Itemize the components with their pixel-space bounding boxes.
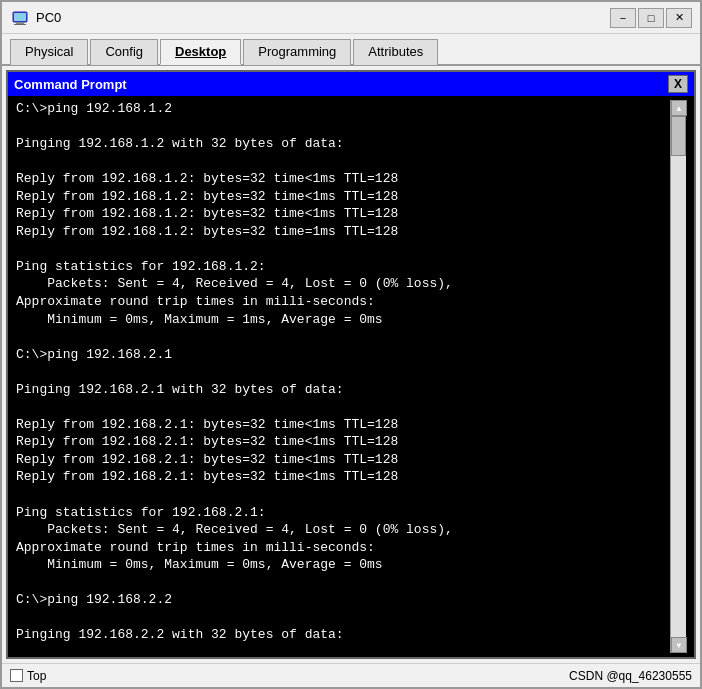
scroll-up-arrow[interactable]: ▲	[671, 100, 687, 116]
scroll-down-arrow[interactable]: ▼	[671, 637, 687, 653]
tab-programming[interactable]: Programming	[243, 39, 351, 65]
scroll-track[interactable]	[671, 116, 686, 637]
cmd-title-bar: Command Prompt X	[8, 72, 694, 96]
top-checkbox[interactable]	[10, 669, 23, 682]
cmd-window: Command Prompt X C:\>ping 192.168.1.2 Pi…	[6, 70, 696, 659]
tab-desktop[interactable]: Desktop	[160, 39, 241, 65]
svg-rect-1	[16, 22, 24, 24]
status-left: Top	[10, 669, 46, 683]
title-bar: PC0 − □ ✕	[2, 2, 700, 34]
tab-physical[interactable]: Physical	[10, 39, 88, 65]
cmd-output: C:\>ping 192.168.1.2 Pinging 192.168.1.2…	[16, 100, 670, 653]
scrollbar[interactable]: ▲ ▼	[670, 100, 686, 653]
app-icon	[10, 8, 30, 28]
top-label: Top	[27, 669, 46, 683]
minimize-button[interactable]: −	[610, 8, 636, 28]
svg-rect-3	[14, 13, 26, 21]
cmd-body[interactable]: C:\>ping 192.168.1.2 Pinging 192.168.1.2…	[8, 96, 694, 657]
tab-bar: Physical Config Desktop Programming Attr…	[2, 34, 700, 66]
cmd-title-label: Command Prompt	[14, 77, 127, 92]
cmd-close-button[interactable]: X	[668, 75, 688, 93]
tab-config[interactable]: Config	[90, 39, 158, 65]
status-bar: Top CSDN @qq_46230555	[2, 663, 700, 687]
svg-rect-2	[14, 24, 26, 25]
scroll-thumb[interactable]	[671, 116, 686, 156]
window-title: PC0	[36, 10, 610, 25]
tab-attributes[interactable]: Attributes	[353, 39, 438, 65]
content-area: Command Prompt X C:\>ping 192.168.1.2 Pi…	[2, 66, 700, 663]
window-controls: − □ ✕	[610, 8, 692, 28]
maximize-button[interactable]: □	[638, 8, 664, 28]
watermark: CSDN @qq_46230555	[569, 669, 692, 683]
close-button[interactable]: ✕	[666, 8, 692, 28]
main-window: PC0 − □ ✕ Physical Config Desktop Progra…	[0, 0, 702, 689]
